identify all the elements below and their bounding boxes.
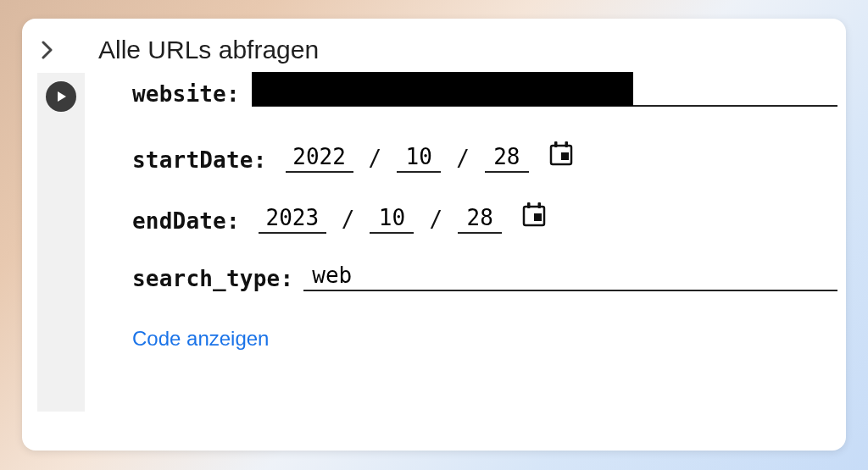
cell-header: Alle URLs abfragen — [22, 19, 846, 73]
run-cell-button[interactable] — [46, 81, 76, 112]
svg-rect-6 — [538, 202, 542, 208]
startdate-year-input[interactable] — [286, 144, 353, 173]
enddate-month-input[interactable] — [370, 205, 414, 234]
calendar-icon[interactable] — [549, 141, 573, 173]
svg-rect-1 — [554, 141, 558, 147]
form-area: website: startDate: / / endDate: / — [85, 73, 846, 412]
searchtype-input[interactable] — [303, 263, 837, 291]
calendar-icon[interactable] — [522, 202, 546, 234]
show-code-link[interactable]: Code anzeigen — [132, 327, 269, 351]
startdate-row: startDate: / / — [132, 141, 837, 173]
startdate-label: startDate: — [132, 147, 267, 173]
svg-rect-3 — [561, 152, 569, 160]
enddate-year-input[interactable] — [259, 205, 326, 234]
searchtype-row: search_type: — [132, 263, 837, 291]
website-row: website: — [132, 76, 837, 107]
redacted-block — [252, 72, 633, 106]
cell-title: Alle URLs abfragen — [98, 36, 319, 64]
slash: / — [326, 207, 370, 234]
startdate-month-input[interactable] — [397, 144, 441, 173]
notebook-cell-card: Alle URLs abfragen website: startDate: /… — [22, 19, 846, 451]
enddate-label: endDate: — [132, 208, 240, 234]
website-label: website: — [132, 81, 240, 107]
slash: / — [414, 207, 458, 234]
enddate-row: endDate: / / — [132, 202, 837, 234]
cell-gutter — [37, 73, 85, 412]
svg-rect-2 — [565, 141, 568, 147]
startdate-day-input[interactable] — [485, 144, 529, 173]
chevron-right-icon[interactable] — [41, 41, 70, 59]
svg-rect-5 — [527, 202, 531, 208]
slash: / — [441, 146, 485, 173]
searchtype-label: search_type: — [132, 266, 293, 291]
enddate-day-input[interactable] — [458, 205, 502, 234]
website-input[interactable] — [252, 76, 837, 107]
svg-rect-7 — [534, 213, 542, 221]
slash: / — [353, 146, 398, 173]
